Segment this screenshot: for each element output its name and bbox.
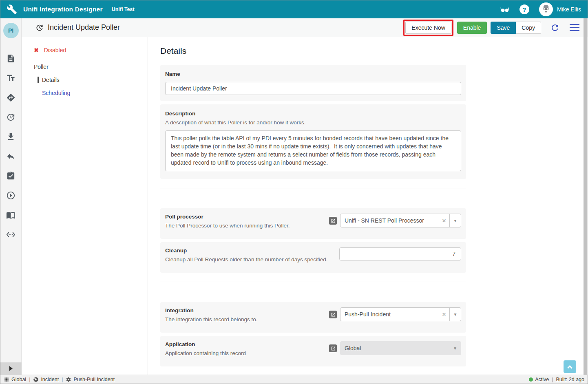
active-status-dot [529, 377, 533, 382]
help-icon[interactable]: ? [519, 4, 529, 14]
open-record-icon[interactable] [329, 311, 337, 318]
poll-processor-select[interactable]: Unifi - SN REST Poll Processor ✕ ▼ [340, 214, 461, 227]
field-integration: Integration The integration this record … [160, 302, 466, 333]
apps-grid-icon [4, 377, 9, 382]
book-icon[interactable] [0, 205, 22, 225]
user-menu[interactable]: Mike Ellis [539, 2, 581, 16]
application-label: Application [165, 341, 321, 347]
menu-icon[interactable] [570, 24, 579, 31]
name-label: Name [165, 71, 461, 77]
open-record-icon[interactable] [329, 344, 337, 352]
field-description: Description A description of what this P… [160, 104, 466, 179]
integration-item[interactable]: Push-Pull Incident [66, 377, 115, 382]
separator: | [29, 377, 30, 382]
status-label: Disabled [44, 47, 66, 53]
section-divider [160, 188, 466, 188]
refresh-icon[interactable] [550, 23, 560, 33]
user-avatar [539, 2, 553, 16]
integration-help: The integration this record belongs to. [165, 316, 321, 322]
integration-label: Integration [165, 307, 321, 313]
wrench-icon[interactable] [0, 0, 23, 18]
scroll-to-top-button[interactable] [564, 360, 576, 373]
status-indicator: ✖ Disabled [34, 47, 148, 53]
code-icon[interactable] [0, 225, 22, 244]
cleanup-label: Cleanup [165, 247, 331, 254]
description-label: Description [165, 110, 461, 117]
download-icon[interactable] [0, 127, 22, 146]
text-fields-icon[interactable] [0, 68, 22, 88]
separator: | [62, 377, 63, 382]
enable-button[interactable]: Enable [457, 22, 487, 34]
app-title: Unifi Integration Designer [23, 6, 103, 13]
nav-item-details[interactable]: Details [38, 77, 148, 83]
page-title: Incident Update Poller [48, 23, 120, 32]
integration-value: Push-Pull Incident [340, 308, 439, 321]
nav-item-scheduling[interactable]: Scheduling [38, 90, 148, 96]
field-cleanup: Cleanup Cleanup all Poll Requests older … [160, 242, 466, 273]
record-label: Incident [41, 377, 59, 382]
save-button[interactable]: Save [491, 22, 516, 34]
glasses-icon[interactable] [500, 4, 510, 14]
field-name: Name [160, 65, 466, 101]
record-nav-panel: ✖ Disabled Poller Details Scheduling [22, 37, 148, 375]
record-avatar: PI [3, 23, 19, 38]
scope-label: Global [11, 377, 26, 382]
details-form: Details Name Description A description o… [148, 37, 588, 375]
user-name: Mike Ellis [557, 6, 581, 13]
app-window: Unifi Integration Designer Unifi Test ? … [0, 0, 588, 384]
nav-section-poller: Poller [34, 64, 148, 70]
active-label: Active [535, 377, 549, 382]
disabled-x-icon: ✖ [34, 47, 39, 53]
application-value: Global [340, 342, 449, 355]
task-check-icon[interactable] [0, 166, 22, 185]
poll-processor-help: The Poll Processor to use when running t… [165, 223, 321, 229]
sidebar-expand-button[interactable] [0, 362, 22, 375]
built-label: Built: 2d ago [556, 377, 585, 382]
scrollbar[interactable] [584, 18, 587, 375]
clear-icon[interactable]: ✕ [439, 308, 449, 321]
cleanup-help: Cleanup all Poll Requests older than the… [165, 256, 331, 263]
field-application: Application Application containing this … [160, 336, 466, 366]
execute-now-highlight: Execute Now [403, 20, 453, 36]
gear-icon [66, 377, 71, 382]
chevron-down-icon: ▼ [449, 342, 461, 355]
integration-select[interactable]: Push-Pull Incident ✕ ▼ [340, 307, 461, 321]
separator: | [552, 377, 553, 382]
environment-label: Unifi Test [112, 7, 135, 12]
description-help: A description of what this Poller is for… [165, 119, 461, 126]
record-header: Incident Update Poller Execute Now Enabl… [22, 18, 588, 37]
description-textarea[interactable]: This poller polls the table API of my PD… [165, 130, 461, 171]
top-app-bar: Unifi Integration Designer Unifi Test ? … [0, 0, 588, 18]
chevron-up-icon [567, 365, 573, 371]
integration-label: Push-Pull Incident [73, 377, 115, 382]
play-circle-icon[interactable] [0, 185, 22, 205]
application-select: Global ▼ [340, 341, 461, 355]
field-poll-processor: Poll processor The Poll Processor to use… [160, 208, 466, 239]
poll-processor-label: Poll processor [165, 214, 321, 220]
incident-icon [33, 377, 39, 382]
execute-now-button[interactable]: Execute Now [405, 22, 451, 34]
update-icon[interactable] [0, 107, 22, 127]
chevron-down-icon[interactable]: ▼ [449, 214, 461, 227]
copy-button[interactable]: Copy [516, 22, 541, 34]
scope-item[interactable]: Global [4, 377, 26, 382]
form-heading: Details [160, 46, 588, 56]
section-divider [160, 282, 466, 282]
name-input[interactable] [165, 82, 461, 95]
record-item[interactable]: Incident [33, 377, 59, 382]
reply-icon[interactable] [0, 146, 22, 166]
clear-icon[interactable]: ✕ [439, 214, 449, 227]
application-help: Application containing this record [165, 350, 321, 356]
left-icon-rail: PI [0, 18, 22, 375]
expand-arrow-icon [9, 366, 13, 371]
document-icon[interactable] [0, 49, 22, 68]
directions-icon[interactable] [0, 88, 22, 107]
poller-update-icon [35, 24, 44, 32]
cleanup-input[interactable] [339, 247, 461, 260]
status-bar: Global | Incident | Push-Pull Incident A… [0, 375, 588, 384]
chevron-down-icon[interactable]: ▼ [449, 308, 461, 321]
poll-processor-value: Unifi - SN REST Poll Processor [340, 214, 439, 227]
open-record-icon[interactable] [329, 217, 337, 225]
